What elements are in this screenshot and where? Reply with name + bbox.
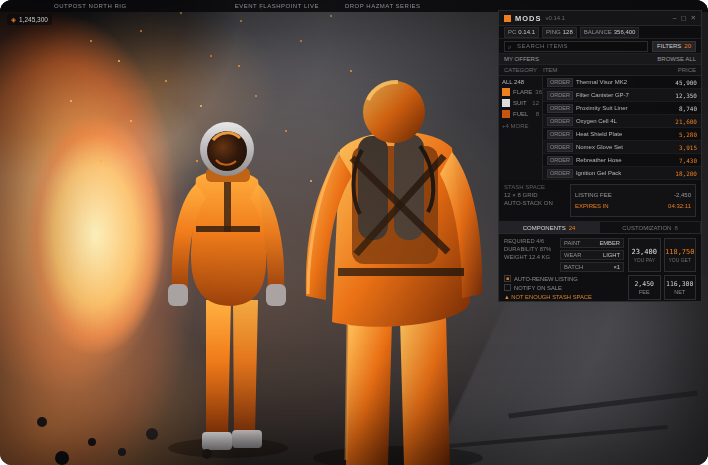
category-all[interactable]: ALL 248 — [502, 79, 539, 85]
section-row: MY OFFERS BROWSE ALL — [499, 54, 701, 65]
top-bar-item-outpost[interactable]: OUTPOST NORTH RIG — [54, 3, 127, 9]
panel-title: MODS — [515, 14, 542, 23]
field-batch[interactable]: BATCH ×1 — [560, 262, 624, 272]
header-item[interactable]: ITEM — [543, 67, 657, 73]
offer-row[interactable]: ORDER Nomex Glove Set 3,915 — [543, 141, 701, 154]
table-body: ALL 248 FLARE 36 SUIT 12 FUEL 8 +4 MORE — [499, 76, 701, 180]
offer-row[interactable]: ORDER Proximity Suit Liner 8,740 — [543, 102, 701, 115]
panel-version: v0.14.1 — [546, 15, 566, 21]
field-paint[interactable]: PAINT EMBER — [560, 238, 624, 248]
total-you-pay: 23,400 YOU PAY — [628, 238, 661, 272]
table-header-row: CATEGORY ITEM PRICE — [499, 65, 701, 76]
meta-chip-ping: PING128 — [542, 27, 577, 38]
tab-components[interactable]: COMPONENTS 24 — [499, 222, 600, 233]
category-more[interactable]: +4 MORE — [502, 123, 539, 129]
category-swatch-deep-orange — [502, 110, 510, 118]
meta-chip-version: PC0.14.1 — [504, 27, 539, 38]
search-icon: ⌕ — [508, 43, 512, 50]
filters-button[interactable]: FILTERS 20 — [652, 41, 696, 52]
category-filter-list: ALL 248 FLARE 36 SUIT 12 FUEL 8 +4 MORE — [499, 76, 543, 180]
checkbox-notify[interactable]: NOTIFY ON SALE — [504, 284, 624, 291]
offer-row[interactable]: ORDER Oxygen Cell 4L 21,600 — [543, 115, 701, 128]
offer-row[interactable]: ORDER Filter Canister GP-7 12,350 — [543, 89, 701, 102]
listing-info-box: LISTING FEE -2,450 EXPIRES IN 04:32:11 — [570, 184, 696, 217]
detail-options: ■ AUTO-RENEW LISTING NOTIFY ON SALE ▲ NO… — [504, 275, 624, 300]
category-item[interactable]: FUEL 8 — [502, 110, 539, 118]
panel-title-bar: MODS v0.14.1 – ▢ ✕ — [499, 11, 701, 26]
top-bar-item-drop[interactable]: DROP HAZMAT SERIES — [345, 3, 421, 9]
detail-section: REQUIRED 4/6 DURABILITY 87% WEIGHT 12.4 … — [499, 234, 701, 301]
category-item[interactable]: SUIT 12 — [502, 99, 539, 107]
detail-fields: PAINT EMBER WEAR LIGHT BATCH ×1 — [560, 238, 624, 272]
category-swatch-white — [502, 99, 510, 107]
currency-icon: ◈ — [11, 16, 16, 24]
offer-row[interactable]: ORDER Heat Shield Plate 5,280 — [543, 128, 701, 141]
balance-value: 1,245,300 — [19, 16, 48, 23]
header-price[interactable]: PRICE — [657, 67, 701, 73]
category-swatch-orange — [502, 88, 510, 96]
panel-meta-row: PC0.14.1 PING128 BALANCE356,400 — [499, 26, 701, 39]
balance-chip: ◈ 1,245,300 — [7, 14, 52, 25]
minimize-icon[interactable]: – — [673, 15, 677, 22]
mods-icon — [504, 15, 511, 22]
search-input[interactable] — [515, 42, 644, 50]
warning-message: ▲ NOT ENOUGH STASH SPACE — [504, 294, 624, 300]
browse-all-link[interactable]: BROWSE ALL — [657, 56, 696, 62]
field-wear[interactable]: WEAR LIGHT — [560, 250, 624, 260]
category-item[interactable]: FLARE 36 — [502, 88, 539, 96]
market-panel: MODS v0.14.1 – ▢ ✕ PC0.14.1 PING128 BALA… — [498, 10, 702, 302]
stash-listing-block: STASH SPACE 12 × 8 GRID AUTO-STACK ON LI… — [499, 180, 701, 222]
fee-box: 2,450 FEE — [628, 275, 661, 300]
my-offers-label[interactable]: MY OFFERS — [504, 56, 539, 62]
fire-embers — [0, 0, 2, 2]
checkbox-auto-renew[interactable]: ■ AUTO-RENEW LISTING — [504, 275, 624, 282]
net-box: 116,300 NET — [664, 275, 697, 300]
header-category[interactable]: CATEGORY — [499, 67, 543, 73]
checkbox-icon — [504, 284, 511, 291]
totals: 23,400 YOU PAY 118,750 YOU GET — [628, 238, 696, 272]
detail-tabs: COMPONENTS 24 CUSTOMIZATION 8 — [499, 222, 701, 234]
checkbox-icon: ■ — [504, 275, 511, 282]
maximize-icon[interactable]: ▢ — [680, 15, 686, 22]
search-box[interactable]: ⌕ — [504, 41, 648, 52]
total-you-get: 118,750 YOU GET — [664, 238, 697, 272]
offer-row[interactable]: ORDER Ignition Gel Pack 18,200 — [543, 167, 701, 180]
offer-row[interactable]: ORDER Rebreather Hose 7,430 — [543, 154, 701, 167]
offer-row[interactable]: ORDER Thermal Visor MK2 45,900 — [543, 76, 701, 89]
search-row: ⌕ FILTERS 20 — [499, 39, 701, 54]
footer-summary: 2,450 FEE 116,300 NET — [628, 275, 696, 300]
app-window: OUTPOST NORTH RIG EVENT FLASHPOINT LIVE … — [0, 0, 708, 465]
stash-info: STASH SPACE 12 × 8 GRID AUTO-STACK ON — [504, 184, 566, 217]
detail-info-list: REQUIRED 4/6 DURABILITY 87% WEIGHT 12.4 … — [504, 238, 556, 272]
close-icon[interactable]: ✕ — [691, 15, 696, 22]
top-bar-item-event[interactable]: EVENT FLASHPOINT LIVE — [235, 3, 319, 9]
meta-chip-balance: BALANCE356,400 — [580, 27, 640, 38]
offer-list: ORDER Thermal Visor MK2 45,900 ORDER Fil… — [543, 76, 701, 180]
tab-customization[interactable]: CUSTOMIZATION 8 — [600, 222, 701, 233]
